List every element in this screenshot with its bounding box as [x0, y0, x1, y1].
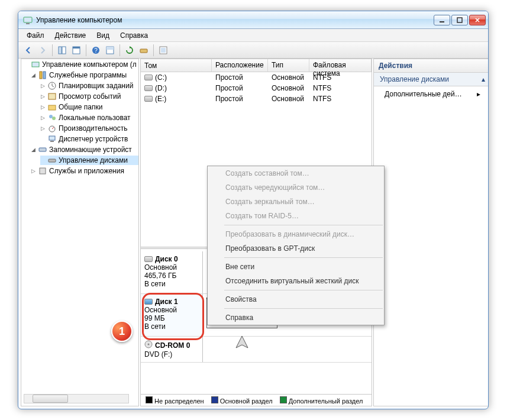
svg-rect-27: [49, 159, 56, 162]
svg-rect-12: [140, 49, 147, 53]
app-icon: [23, 15, 33, 25]
volume-icon: [144, 75, 153, 80]
svg-rect-28: [40, 168, 46, 174]
ctx-to-gpt[interactable]: Преобразовать в GPT-диск: [208, 241, 384, 256]
rescan-button[interactable]: [137, 44, 150, 57]
svg-rect-0: [24, 17, 32, 22]
disk-row-cdrom[interactable]: CD-ROM 0 DVD (F:): [141, 337, 372, 363]
help-button[interactable]: ?: [89, 44, 102, 57]
col-fs[interactable]: Файловая система: [309, 59, 372, 72]
svg-rect-19: [49, 93, 56, 99]
ctx-raid5: Создать том RAID-5…: [208, 209, 384, 223]
tree-event-viewer[interactable]: ▷Просмотр событий: [40, 92, 138, 101]
volume-row[interactable]: (C:) Простой Основной NTFS: [141, 72, 372, 83]
col-type[interactable]: Тип: [268, 59, 309, 72]
close-button[interactable]: [469, 15, 486, 25]
disk1-header[interactable]: Диск 1 Основной 99 МБ В сети: [141, 294, 203, 336]
maximize-button[interactable]: [451, 15, 468, 25]
svg-rect-4: [59, 47, 62, 54]
tree-disk-management[interactable]: Управление дисками: [40, 156, 138, 165]
ctx-properties[interactable]: Свойства: [208, 292, 384, 306]
svg-rect-25: [50, 141, 54, 142]
legend: Не распределен Основной раздел Дополните…: [141, 394, 372, 406]
svg-rect-1: [26, 23, 30, 24]
svg-rect-2: [440, 21, 444, 22]
refresh-button[interactable]: [123, 44, 136, 57]
disk-icon: [144, 299, 153, 305]
cdrom-header[interactable]: CD-ROM 0 DVD (F:): [141, 337, 203, 362]
svg-rect-14: [161, 48, 166, 53]
col-volume[interactable]: Том: [141, 59, 212, 72]
menu-action[interactable]: Действие: [50, 30, 91, 41]
tree-scheduler[interactable]: ▷Планировщик заданий: [40, 81, 138, 91]
ctx-spanned: Создать составной том…: [208, 166, 384, 180]
ctx-detach-vhd[interactable]: Отсоединить виртуальный жесткий диск: [208, 274, 384, 288]
svg-rect-11: [106, 47, 114, 50]
show-hide-tree-button[interactable]: [56, 44, 69, 57]
tree-device-manager[interactable]: Диспетчер устройств: [40, 134, 138, 144]
svg-point-30: [148, 344, 150, 345]
ctx-help[interactable]: Справка: [208, 311, 384, 325]
volume-icon: [144, 96, 153, 102]
disk0-header[interactable]: Диск 0 Основной 465,76 ГБ В сети: [141, 251, 203, 293]
svg-point-21: [49, 115, 53, 118]
svg-text:?: ?: [94, 47, 98, 54]
volume-header: Том Расположение Тип Файловая система: [141, 59, 372, 72]
volume-list: (C:) Простой Основной NTFS (D:) Простой …: [141, 72, 372, 104]
tree-root[interactable]: Управление компьютером (л: [24, 60, 138, 69]
properties-button[interactable]: [70, 44, 83, 57]
actions-section[interactable]: Управление дисками▴: [374, 73, 489, 86]
tree-system-tools[interactable]: ◢Служебные программы: [31, 70, 138, 80]
svg-point-22: [52, 117, 56, 120]
actions-more[interactable]: Дополнительные дей…▸: [374, 86, 489, 102]
svg-rect-24: [49, 136, 55, 140]
svg-rect-15: [32, 62, 39, 67]
disk-icon: [144, 256, 153, 262]
volume-row[interactable]: (D:) Простой Основной NTFS: [141, 83, 372, 93]
actions-pane: Действия Управление дисками▴ Дополнитель…: [373, 59, 489, 406]
toolbar: ?: [18, 42, 488, 59]
tree-shared-folders[interactable]: ▷Общие папки: [40, 102, 138, 112]
chevron-right-icon: ▸: [477, 90, 480, 98]
volume-icon: [144, 85, 153, 91]
svg-rect-20: [49, 105, 56, 110]
svg-rect-3: [457, 18, 462, 22]
ctx-striped: Создать чередующийся том…: [208, 180, 384, 195]
ctx-to-dynamic: Преобразовать в динамический диск…: [208, 227, 384, 241]
tree-storage[interactable]: ◢Запоминающие устройст: [31, 145, 138, 154]
actions-header: Действия: [374, 59, 489, 73]
svg-rect-26: [39, 148, 46, 151]
view-top-button[interactable]: [104, 44, 117, 57]
svg-rect-17: [43, 72, 46, 79]
forward-button[interactable]: [36, 44, 49, 57]
svg-rect-7: [73, 47, 80, 49]
tree-performance[interactable]: ▷Производительность: [40, 124, 138, 133]
window-buttons: [434, 15, 486, 25]
menu-file[interactable]: Файл: [22, 30, 49, 41]
window-title: Управление компьютером: [36, 16, 434, 24]
svg-rect-16: [40, 72, 42, 79]
ctx-mirror: Создать зеркальный том…: [208, 195, 384, 209]
svg-rect-5: [62, 47, 66, 54]
back-button[interactable]: [22, 44, 35, 57]
attach-vhd-button[interactable]: [157, 44, 170, 57]
menubar: Файл Действие Вид Справка: [18, 29, 488, 42]
tree-local-users[interactable]: ▷Локальные пользоват: [40, 113, 138, 122]
context-menu: Создать составной том… Создать чередующи…: [207, 166, 385, 325]
minimize-button[interactable]: [434, 15, 450, 25]
cdrom-icon: [144, 340, 153, 350]
menu-view[interactable]: Вид: [92, 30, 114, 41]
col-layout[interactable]: Расположение: [212, 59, 268, 72]
menu-help[interactable]: Справка: [115, 30, 153, 41]
tree-services[interactable]: ▷Службы и приложения: [31, 166, 138, 176]
console-tree: Управление компьютером (л ◢Служебные про…: [21, 59, 139, 406]
titlebar: Управление компьютером: [18, 11, 488, 29]
collapse-icon: ▴: [482, 75, 485, 83]
ctx-offline[interactable]: Вне сети: [208, 260, 384, 274]
volume-row[interactable]: (E:) Простой Основной NTFS: [141, 93, 372, 104]
tree-hscrollbar[interactable]: [24, 394, 129, 403]
